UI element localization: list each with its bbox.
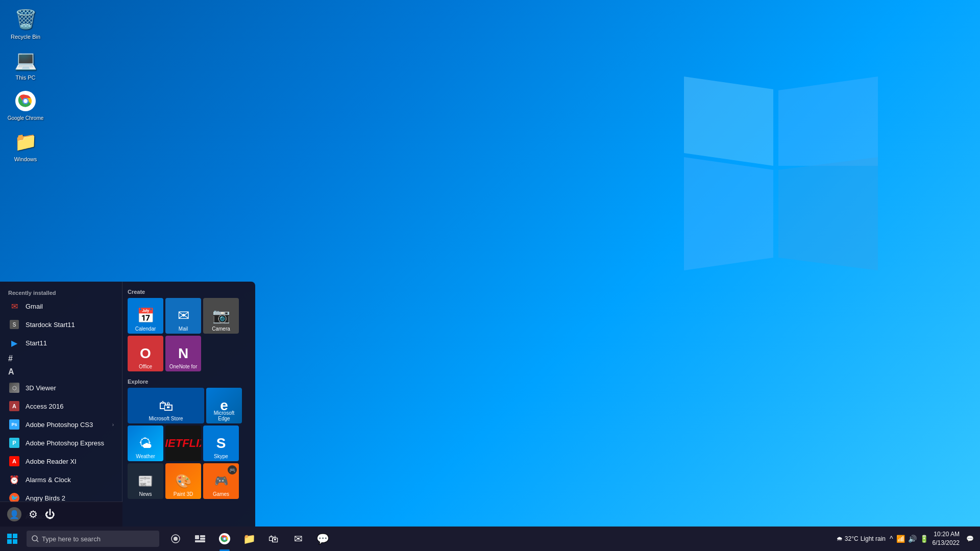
games-tile[interactable]: 🎮 🎮 Games — [203, 463, 239, 499]
adobe-ps-express-label: Adobe Photoshop Express — [26, 439, 104, 447]
start-icon — [7, 534, 17, 544]
chevron-up-icon[interactable]: ^ — [890, 535, 893, 543]
taskbar-mail[interactable]: ✉ — [286, 527, 310, 551]
start-menu-left-panel: Recently installed ✉ Gmail S Stardock St… — [0, 282, 122, 527]
settings-icon: ⚙ — [29, 508, 38, 520]
app-item-3dviewer[interactable]: ⬡ 3D Viewer — [0, 379, 122, 397]
adobe-ps-express-icon: P — [8, 437, 20, 449]
chevron-icon: › — [112, 422, 114, 428]
this-pc-label: This PC — [15, 74, 35, 81]
3dviewer-icon: ⬡ — [8, 382, 20, 394]
app-item-access[interactable]: A Access 2016 — [0, 397, 122, 415]
app-item-alarms[interactable]: ⏰ Alarms & Clock — [0, 470, 122, 489]
power-button[interactable]: ⏻ — [43, 507, 57, 522]
weather-icon: 🌧 — [837, 535, 843, 542]
weather-temp: 32°C — [845, 535, 859, 542]
windows-logo — [684, 77, 878, 270]
office-tile[interactable]: O Office — [128, 336, 163, 371]
weather-tile-icon: 🌤 — [139, 436, 152, 452]
windows-folder-icon[interactable]: 📁 Windows — [5, 128, 46, 164]
app-item-adobe-ps-cs3[interactable]: Ps Adobe Photoshop CS3 › — [0, 415, 122, 434]
app-item-adobe-ps-express[interactable]: P Adobe Photoshop Express — [0, 434, 122, 452]
settings-button[interactable]: ⚙ — [27, 506, 40, 522]
onenote-tile[interactable]: N OneNote for — [165, 336, 201, 371]
taskbar-discord[interactable]: 💬 — [310, 527, 335, 551]
games-tile-icon: 🎮 — [214, 474, 228, 488]
svg-rect-8 — [13, 534, 17, 538]
taskbar-apps: 📁 🛍 ✉ 💬 — [163, 527, 335, 551]
svg-rect-7 — [7, 534, 12, 538]
chrome-image — [13, 89, 38, 113]
task-view-icon — [195, 535, 205, 542]
weather-tile[interactable]: 🌤 Weather — [128, 425, 163, 461]
app-item-stardock[interactable]: S Stardock Start11 — [0, 315, 122, 334]
start11-label: Start11 — [26, 339, 47, 347]
notification-center[interactable]: 💬 — [964, 527, 976, 551]
onenote-tile-icon: N — [178, 345, 188, 362]
mail-tile-icon: ✉ — [178, 307, 189, 324]
ms-edge-tile[interactable]: e Microsoft Edge — [206, 388, 242, 423]
recycle-bin-icon[interactable]: 🗑️ Recycle Bin — [5, 5, 46, 42]
svg-rect-16 — [200, 535, 205, 537]
user-account-button[interactable]: 👤 — [5, 505, 23, 523]
netflix-tile-icon: NETFLIX — [165, 437, 201, 450]
svg-marker-1 — [778, 77, 878, 166]
network-icon[interactable]: 📶 — [896, 535, 905, 543]
chrome-label: Google Chrome — [8, 115, 44, 121]
skype-tile[interactable]: S Skype — [203, 425, 239, 461]
paint3d-tile[interactable]: 🎨 Paint 3D — [165, 463, 201, 499]
google-chrome-icon[interactable]: Google Chrome — [5, 87, 46, 123]
taskbar-store[interactable]: 🛍 — [261, 527, 286, 551]
alarms-icon: ⏰ — [8, 473, 20, 486]
taskbar-chrome[interactable] — [212, 527, 237, 551]
discord-icon: 💬 — [316, 533, 329, 545]
system-clock[interactable]: 10:20 AM 6/13/2022 — [933, 530, 960, 547]
games-badge: 🎮 — [228, 465, 237, 474]
calendar-tile[interactable]: 📅 Calendar — [128, 298, 163, 334]
svg-point-21 — [224, 538, 226, 540]
windows-folder-image: 📁 — [13, 130, 38, 154]
taskbar-cortana[interactable] — [163, 527, 188, 551]
chrome-taskbar-icon — [219, 533, 230, 544]
taskbar-task-view[interactable] — [188, 527, 212, 551]
app-item-gmail[interactable]: ✉ Gmail — [0, 297, 122, 315]
svg-marker-0 — [684, 77, 773, 166]
user-avatar: 👤 — [7, 507, 21, 521]
calendar-tile-icon: 📅 — [137, 307, 155, 324]
start11-icon: ▶ — [8, 337, 20, 349]
mail-taskbar-icon: ✉ — [294, 533, 303, 545]
svg-rect-9 — [7, 539, 12, 544]
svg-marker-3 — [778, 157, 878, 270]
search-placeholder: Type here to search — [42, 535, 101, 543]
office-tile-label: Office — [128, 364, 163, 369]
app-item-adobe-reader[interactable]: A Adobe Reader XI — [0, 452, 122, 470]
this-pc-icon[interactable]: 💻 This PC — [5, 46, 46, 83]
svg-line-12 — [37, 540, 38, 542]
explore-section-label: Explore — [128, 377, 250, 388]
battery-icon[interactable]: 🔋 — [920, 535, 928, 543]
adobe-reader-label: Adobe Reader XI — [26, 458, 77, 465]
svg-marker-2 — [684, 157, 773, 270]
volume-icon[interactable]: 🔊 — [908, 535, 917, 543]
access-icon: A — [8, 400, 20, 412]
start-button[interactable] — [0, 527, 24, 551]
system-tray[interactable]: ^ 📶 🔊 🔋 — [890, 535, 928, 543]
stardock-label: Stardock Start11 — [26, 321, 75, 329]
notification-icon: 💬 — [966, 535, 974, 542]
power-icon: ⏻ — [45, 509, 55, 520]
paint3d-tile-label: Paint 3D — [165, 491, 201, 497]
ms-store-tile[interactable]: 🛍 Microsoft Store — [128, 388, 204, 423]
calendar-tile-label: Calendar — [128, 326, 163, 332]
camera-tile[interactable]: 📷 Camera — [203, 298, 239, 334]
mail-tile[interactable]: ✉ Mail — [165, 298, 201, 334]
taskbar-explorer[interactable]: 📁 — [237, 527, 261, 551]
adobe-ps-cs3-icon: Ps — [8, 418, 20, 431]
news-tile[interactable]: 📰 News — [128, 463, 163, 499]
app-item-start11[interactable]: ▶ Start11 — [0, 334, 122, 352]
svg-point-14 — [174, 537, 178, 541]
netflix-tile[interactable]: NETFLIX — [165, 425, 201, 461]
onenote-tile-label: OneNote for — [165, 364, 201, 369]
svg-point-11 — [32, 536, 37, 541]
taskbar-search[interactable]: Type here to search — [27, 531, 159, 547]
weather-info[interactable]: 🌧 32°C Light rain — [837, 535, 886, 542]
